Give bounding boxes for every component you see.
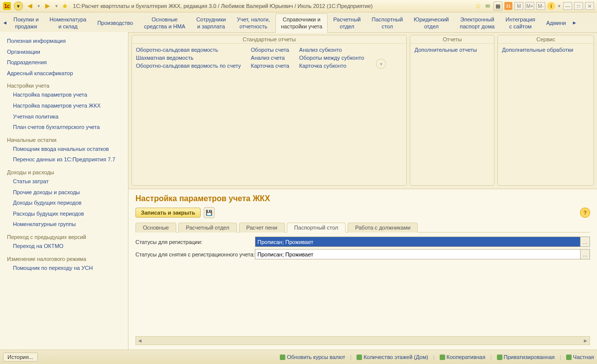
form-label: Статусы для регистрации: xyxy=(135,239,255,245)
nav-forward-menu-icon[interactable]: ▼ xyxy=(55,4,59,8)
form-tab-debtors[interactable]: Работа с должниками xyxy=(348,223,418,233)
form-tab-main[interactable]: Основные xyxy=(135,223,176,233)
tab-nomenclature[interactable]: Номенклатураи склад xyxy=(44,13,92,32)
sidebar-section-title: Доходы и расходы xyxy=(0,165,128,176)
memory-m-button[interactable]: M xyxy=(514,2,523,10)
sidebar-link[interactable]: Статьи затрат xyxy=(0,176,128,187)
scroll-track[interactable] xyxy=(144,338,582,343)
add-favorite-icon[interactable]: ☆ xyxy=(475,2,481,10)
mail-icon[interactable]: ✉ xyxy=(483,2,491,10)
tab-purchases[interactable]: Покупки ипродажи xyxy=(8,13,44,32)
tab-epassport[interactable]: Электронныйпаспорт дома xyxy=(455,13,500,32)
status-link-coop[interactable]: Кооперативная xyxy=(440,354,485,360)
service-link[interactable]: Дополнительные обработки xyxy=(502,46,573,54)
sidebar-link[interactable]: План счетов бухгалтерского учета xyxy=(0,122,128,133)
close-button[interactable]: ✕ xyxy=(585,2,594,10)
panel-reports: Отчеты Дополнительные отчеты xyxy=(410,35,494,186)
panel-more-icon[interactable]: ▾ xyxy=(376,59,386,69)
calendar-icon[interactable]: 31 xyxy=(504,2,512,10)
report-link[interactable]: Оборотно-сальдовая ведомость xyxy=(136,46,241,54)
status-link-rates[interactable]: Обновить курсы валют xyxy=(280,354,345,360)
sidebar-link[interactable]: Организации xyxy=(0,47,128,58)
maximize-button[interactable]: □ xyxy=(574,2,583,10)
app-logo-icon: 1c xyxy=(3,2,11,10)
report-link[interactable]: Шахматная ведомость xyxy=(136,54,241,62)
nav-forward-icon[interactable]: ► xyxy=(44,1,52,10)
tab-legal[interactable]: Юридическийотдел xyxy=(408,13,454,32)
dropdown-icon[interactable]: ▾ xyxy=(14,1,23,10)
field-picker-icon[interactable]: … xyxy=(580,249,590,259)
report-link[interactable]: Карточка счета xyxy=(251,62,289,70)
nav-back-menu-icon[interactable]: ▼ xyxy=(37,4,41,8)
tabs-scroll-right-icon[interactable]: ► xyxy=(572,12,578,32)
tab-admin[interactable]: Админи xyxy=(541,13,572,32)
sidebar-section-title: Переход с предыдущих версий xyxy=(0,230,128,241)
favorites-icon[interactable]: ★ xyxy=(62,2,68,10)
sidebar-link[interactable]: Учетная политика xyxy=(0,112,128,122)
minimize-button[interactable]: — xyxy=(563,2,572,10)
tab-passport[interactable]: Паспортныйстол xyxy=(366,13,408,32)
form-tab-penalty[interactable]: Расчет пени xyxy=(239,223,285,233)
info-menu-icon[interactable]: ▼ xyxy=(557,4,561,8)
status-link-floors[interactable]: Количество этажей (Дом) xyxy=(357,354,428,360)
report-link[interactable]: Дополнительные отчеты xyxy=(414,46,477,54)
report-link[interactable]: Анализ счета xyxy=(251,54,289,62)
info-icon[interactable]: i xyxy=(547,2,555,10)
sidebar-link[interactable]: Доходы будущих периодов xyxy=(0,198,128,209)
tab-integration[interactable]: Интеграцияс сайтом xyxy=(500,13,541,32)
status-link-private[interactable]: Частная xyxy=(566,354,594,360)
report-link[interactable]: Оборотно-сальдовая ведомость по счету xyxy=(136,62,241,70)
sidebar-link[interactable]: Переход на ОКТМО xyxy=(0,241,128,252)
sidebar-link[interactable]: Настройка параметров учета ЖКХ xyxy=(0,101,128,112)
tabs-scroll-left-icon[interactable]: ◄ xyxy=(2,12,8,32)
sidebar-link[interactable]: Полезная информация xyxy=(0,36,128,47)
deregistration-statuses-field[interactable]: … xyxy=(255,249,590,259)
info-square-icon xyxy=(497,355,502,360)
scroll-right-icon[interactable]: ► xyxy=(582,338,590,344)
report-link[interactable]: Анализ субконто xyxy=(299,46,364,54)
history-button[interactable]: История... xyxy=(3,353,38,362)
sidebar-link[interactable]: Подразделения xyxy=(0,57,128,68)
info-square-icon xyxy=(440,355,445,360)
tab-production[interactable]: Производство xyxy=(92,13,138,32)
sidebar-link[interactable]: Помощник по переходу на УСН xyxy=(0,263,128,274)
sidebar-link[interactable]: Прочие доходы и расходы xyxy=(0,187,128,198)
sidebar-link[interactable]: Перенос данных из 1С:Предприятия 7.7 xyxy=(0,154,128,165)
sidebar-link[interactable]: Расходы будущих периодов xyxy=(0,209,128,220)
panel-service: Сервис Дополнительные обработки xyxy=(497,35,594,186)
save-icon[interactable]: 💾 xyxy=(204,207,215,218)
tab-references[interactable]: Справочники инастройки учета xyxy=(275,13,328,33)
nav-back-icon[interactable]: ◄ xyxy=(26,1,34,10)
form-label: Статусы для снятия с регистрационного уч… xyxy=(135,251,255,257)
horizontal-scrollbar[interactable]: ◄ ► xyxy=(135,336,590,345)
tab-assets[interactable]: Основныесредства и НМА xyxy=(138,13,191,32)
save-close-button[interactable]: Записать и закрыть xyxy=(135,208,201,218)
memory-mminus-button[interactable]: M- xyxy=(536,2,545,10)
registration-statuses-field[interactable]: … xyxy=(255,237,590,247)
sidebar-section-title: Настройки учета xyxy=(0,79,128,90)
tab-employees[interactable]: Сотрудникии зарплата xyxy=(191,13,232,32)
report-link[interactable]: Обороты между субконто xyxy=(299,54,364,62)
field-picker-icon[interactable]: … xyxy=(580,237,590,246)
report-link[interactable]: Карточка субконто xyxy=(299,62,364,70)
panel-title: Стандартные отчеты xyxy=(132,35,406,44)
registration-statuses-input[interactable] xyxy=(255,237,580,246)
sidebar-link[interactable]: Помощник ввода начальных остатков xyxy=(0,144,128,155)
help-icon[interactable]: ? xyxy=(580,208,590,218)
calculator-icon[interactable]: ▦ xyxy=(493,1,502,10)
scroll-left-icon[interactable]: ◄ xyxy=(136,338,144,344)
sidebar-link[interactable]: Настройка параметров учета xyxy=(0,90,128,101)
tab-calc-dept[interactable]: Расчетныйотдел xyxy=(328,13,366,32)
titlebar: 1c ▾ ◄ ▼ ► ▼ ★ 1С:Расчет квартплаты и бу… xyxy=(0,0,597,12)
report-link[interactable]: Обороты счета xyxy=(251,46,289,54)
deregistration-statuses-input[interactable] xyxy=(255,249,580,259)
sidebar-link[interactable]: Номенклатурные группы xyxy=(0,219,128,230)
sidebar-link[interactable]: Адресный классификатор xyxy=(0,68,128,79)
form-tab-calc[interactable]: Расчетный отдел xyxy=(178,223,237,233)
status-link-privat[interactable]: Приватизированная xyxy=(497,354,555,360)
tab-taxes[interactable]: Учет, налоги,отчетность xyxy=(232,13,275,32)
memory-mplus-button[interactable]: M+ xyxy=(525,2,534,10)
section-tabs: ◄ Покупки ипродажи Номенклатураи склад П… xyxy=(0,12,597,33)
form-tab-passport[interactable]: Паспортный стол xyxy=(287,223,346,233)
page-title: Настройка параметров учета ЖКХ xyxy=(135,194,590,203)
